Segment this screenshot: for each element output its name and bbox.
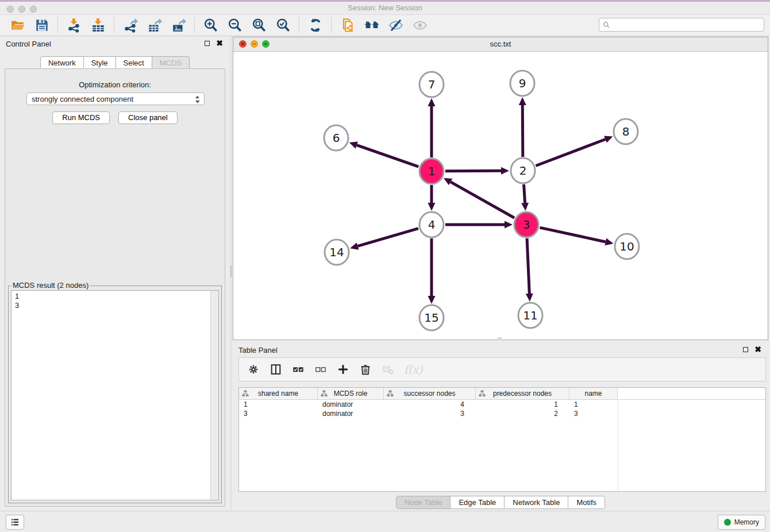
table-row[interactable]: 1dominator411 — [239, 400, 765, 409]
deselect-all-icon[interactable] — [314, 363, 327, 376]
save-icon[interactable] — [34, 18, 49, 33]
graph-node-8[interactable]: 8 — [614, 119, 638, 144]
graph-edge-1-4[interactable] — [428, 185, 436, 211]
graph-node-3[interactable]: 3 — [514, 212, 538, 237]
close-panel-icon[interactable]: ✖ — [216, 40, 223, 47]
graph-node-1[interactable]: 1 — [419, 159, 444, 184]
task-history-button[interactable] — [6, 515, 24, 530]
cell-name[interactable]: 3 — [569, 410, 618, 418]
graph-edge-3-11[interactable] — [526, 238, 533, 302]
criterion-select-value: strongly connected component — [32, 95, 133, 103]
panel-splitter-handle[interactable] — [230, 265, 232, 277]
zoom-in-icon[interactable] — [203, 18, 218, 33]
cell-name[interactable]: 1 — [569, 400, 618, 408]
split-panel-icon[interactable] — [270, 363, 282, 376]
global-search-box[interactable] — [599, 18, 764, 32]
network-window-titlebar[interactable]: ✕ – + scc.txt — [233, 37, 768, 52]
graph-edge-4-15[interactable] — [428, 238, 436, 304]
refresh-icon[interactable] — [308, 18, 323, 33]
graph-node-14[interactable]: 14 — [325, 240, 349, 265]
hide-selected-icon[interactable] — [388, 18, 403, 33]
node-table: shared nameMCDS rolesuccessor nodesprede… — [238, 387, 766, 492]
result-scrollbar[interactable] — [210, 291, 218, 500]
horizontal-splitter-handle[interactable] — [498, 337, 502, 340]
column-header-name[interactable]: name — [569, 388, 618, 399]
tab-mcds[interactable]: MCDS — [152, 56, 190, 70]
table-row[interactable]: 3dominator323 — [239, 409, 765, 418]
app-minimize-icon[interactable] — [18, 6, 25, 13]
graph-edge-2-9[interactable] — [519, 97, 526, 157]
cell-mcds-role[interactable]: dominator — [318, 400, 384, 408]
zoom-fit-icon[interactable] — [252, 18, 267, 33]
graph-node-11[interactable]: 11 — [518, 303, 542, 328]
graph-edge-4-14[interactable] — [350, 229, 418, 250]
cell-predecessor-nodes[interactable]: 2 — [476, 410, 569, 418]
tab-node-table[interactable]: Node Table — [396, 496, 451, 509]
cell-mcds-role[interactable]: dominator — [318, 410, 384, 418]
column-header-label: shared name — [258, 390, 298, 398]
float-panel-icon[interactable] — [205, 41, 210, 46]
export-network-icon[interactable] — [123, 18, 138, 33]
select-all-icon[interactable] — [292, 363, 305, 376]
column-header-successor-nodes[interactable]: successor nodes — [384, 388, 476, 399]
application-window: Session: New Session Control Panel ✖ Net… — [0, 0, 770, 532]
export-table-icon[interactable] — [147, 18, 162, 33]
zoom-out-icon[interactable] — [228, 18, 242, 33]
graph-node-7[interactable]: 7 — [419, 72, 444, 97]
tab-edge-table[interactable]: Edge Table — [451, 496, 505, 509]
table-float-panel-icon[interactable] — [743, 347, 748, 352]
graph-edge-2-3[interactable] — [521, 184, 529, 211]
cell-shared-name[interactable]: 3 — [239, 410, 318, 418]
network-minimize-icon[interactable]: – — [251, 40, 258, 48]
graph-edge-1-7[interactable] — [428, 98, 436, 157]
app-zoom-icon[interactable] — [30, 6, 37, 13]
column-header-predecessor-nodes[interactable]: predecessor nodes — [476, 388, 569, 399]
tab-select[interactable]: Select — [116, 56, 152, 70]
graph-edge-1-6[interactable] — [349, 141, 419, 167]
column-header-mcds-role[interactable]: MCDS role — [318, 388, 384, 399]
graph-edge-2-8[interactable] — [536, 136, 613, 165]
cell-successor-nodes[interactable]: 3 — [384, 410, 476, 418]
graph-node-4[interactable]: 4 — [419, 212, 444, 237]
criterion-select[interactable]: strongly connected component — [26, 92, 205, 105]
graph-node-6[interactable]: 6 — [324, 125, 348, 151]
graph-edge-3-10[interactable] — [540, 228, 613, 245]
close-panel-button[interactable]: Close panel — [118, 111, 178, 124]
mcds-result-area[interactable]: 13 — [11, 290, 219, 500]
network-canvas[interactable]: 1234678910111415 — [233, 51, 768, 340]
search-input[interactable] — [613, 20, 760, 30]
graph-edge-1-2[interactable] — [445, 167, 509, 175]
import-network-icon[interactable] — [67, 18, 82, 33]
network-window-title: scc.txt — [233, 37, 768, 51]
open-file-icon[interactable] — [10, 18, 25, 33]
settings-icon[interactable] — [247, 363, 260, 376]
zoom-selected-icon[interactable] — [276, 18, 291, 33]
network-maximize-icon[interactable]: + — [262, 40, 270, 48]
import-table-icon[interactable] — [91, 18, 106, 33]
export-image-icon[interactable] — [171, 18, 186, 33]
network-close-icon[interactable]: ✕ — [239, 40, 247, 48]
memory-button[interactable]: Memory — [718, 515, 765, 530]
tab-motifs[interactable]: Motifs — [568, 496, 605, 509]
delete-column-icon[interactable] — [359, 363, 372, 376]
column-header-shared-name[interactable]: shared name — [239, 388, 318, 399]
table-close-panel-icon[interactable]: ✖ — [754, 346, 761, 353]
network-from-selection-icon[interactable] — [340, 18, 355, 33]
tab-style[interactable]: Style — [84, 56, 116, 70]
cell-predecessor-nodes[interactable]: 1 — [476, 400, 569, 408]
run-mcds-button[interactable]: Run MCDS — [52, 111, 110, 124]
tab-network[interactable]: Network — [40, 56, 84, 70]
cell-successor-nodes[interactable]: 4 — [384, 400, 476, 408]
graph-node-15[interactable]: 15 — [419, 305, 444, 330]
app-titlebar: Session: New Session — [0, 0, 770, 15]
cell-shared-name[interactable]: 1 — [239, 400, 318, 408]
first-neighbors-icon[interactable] — [364, 18, 379, 33]
add-column-icon[interactable] — [337, 363, 349, 376]
graph-edge-3-1[interactable] — [444, 178, 514, 218]
graph-node-2[interactable]: 2 — [511, 158, 535, 183]
graph-node-10[interactable]: 10 — [615, 234, 639, 259]
graph-edge-4-3[interactable] — [445, 221, 513, 229]
app-close-icon[interactable] — [7, 6, 14, 13]
tab-network-table[interactable]: Network Table — [505, 496, 568, 509]
graph-node-9[interactable]: 9 — [510, 71, 534, 96]
